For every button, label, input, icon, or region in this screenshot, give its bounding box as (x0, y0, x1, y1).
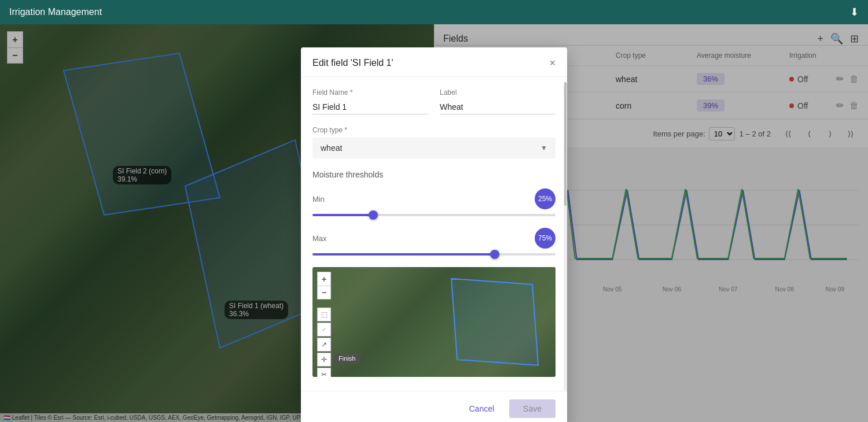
min-slider-track[interactable] (312, 214, 556, 216)
edit-field-modal: Edit field 'SI Field 1' × Field Name * L… (301, 47, 567, 422)
crop-type-wrapper: Crop type * wheat corn soybeans cotton ▼ (312, 126, 556, 158)
modal-header: Edit field 'SI Field 1' × (301, 47, 567, 77)
finish-tooltip: Finish (334, 353, 360, 364)
min-slider-group: Min 25% (312, 188, 556, 216)
save-button[interactable]: Save (509, 399, 556, 418)
mini-tool-move[interactable]: ✛ Finish (317, 353, 331, 367)
mini-zoom-in-button[interactable]: + (317, 272, 331, 286)
field-name-group: Field Name * (312, 88, 428, 114)
max-slider-track[interactable] (312, 253, 556, 256)
topbar: Irrigation Management ⬇ (0, 0, 868, 24)
field-name-input[interactable] (312, 100, 428, 114)
mini-tool-cut[interactable]: ✂ (317, 368, 331, 377)
mini-zoom-out-button[interactable]: − (317, 286, 331, 299)
min-slider-thumb[interactable] (369, 210, 378, 220)
crop-type-select[interactable]: wheat corn soybeans cotton (312, 138, 556, 158)
mini-tool-arrow[interactable]: ↗ (317, 338, 331, 351)
min-value-badge: 25% (535, 188, 556, 209)
modal-close-button[interactable]: × (549, 58, 556, 68)
max-slider-group: Max 75% (312, 228, 556, 256)
label-group: Label (440, 88, 556, 114)
moisture-section-label: Moisture thresholds (312, 170, 556, 179)
max-slider-fill (312, 253, 495, 256)
mini-tool-draw[interactable]: ⟋ (317, 323, 331, 336)
field-name-row: Field Name * Label (312, 88, 556, 114)
label-input[interactable] (440, 100, 556, 114)
modal-body: Field Name * Label Crop type * wheat co (301, 77, 567, 391)
main-layout: + − SI Field 2 (corn) 39.1% SI Field 1 (… (0, 24, 868, 422)
modal-scrollbar-thumb (564, 82, 567, 206)
cancel-button[interactable]: Cancel (459, 399, 503, 418)
app-title: Irrigation Management (9, 7, 102, 17)
field-name-label: Field Name * (312, 88, 428, 97)
max-value-badge: 75% (535, 228, 556, 249)
modal-footer: Cancel Save (301, 391, 567, 422)
mini-tool-select[interactable]: ⬚ (317, 308, 331, 321)
max-label: Max (312, 234, 327, 243)
mini-map-controls: + − (317, 272, 331, 299)
mini-map: + − ⬚ ⟋ ↗ ✛ Finish ✂ (312, 267, 556, 377)
download-icon[interactable]: ⬇ (850, 6, 859, 18)
max-slider-header: Max 75% (312, 228, 556, 249)
min-slider-header: Min 25% (312, 188, 556, 209)
modal-scrollbar-track[interactable] (564, 82, 567, 391)
max-slider-thumb[interactable] (490, 250, 499, 259)
svg-marker-14 (451, 279, 538, 365)
label-label: Label (440, 88, 556, 97)
crop-type-label: Crop type * (312, 126, 556, 134)
min-slider-fill (312, 214, 373, 216)
mini-map-tools: ⬚ ⟋ ↗ ✛ Finish ✂ (317, 308, 331, 377)
crop-type-select-wrapper: wheat corn soybeans cotton ▼ (312, 138, 556, 158)
min-label: Min (312, 195, 325, 203)
modal-title: Edit field 'SI Field 1' (312, 58, 393, 68)
modal-overlay: Edit field 'SI Field 1' × Field Name * L… (0, 24, 868, 422)
